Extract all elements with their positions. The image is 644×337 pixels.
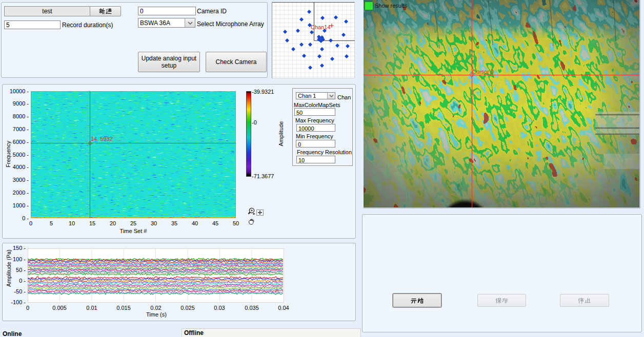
svg-text:Chan14: Chan14 bbox=[311, 24, 331, 30]
svg-text:14, 5932: 14, 5932 bbox=[91, 136, 113, 142]
